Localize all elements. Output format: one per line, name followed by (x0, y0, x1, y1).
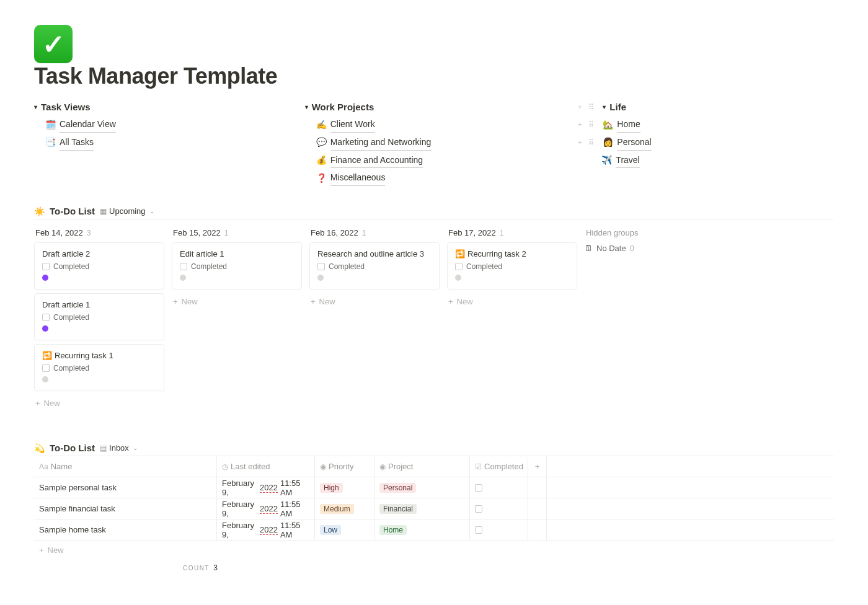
drag-handle-icon[interactable]: ⠿ (587, 103, 595, 112)
plus-icon[interactable]: + (575, 136, 584, 149)
table-new-row[interactable]: + New (34, 541, 834, 560)
plus-icon: + (448, 297, 453, 306)
table-header-row: Aa Name ◷ Last edited ◉ Priority ◉ Proje… (34, 456, 834, 477)
col-header-last-edited[interactable]: ◷ Last edited (217, 456, 315, 477)
cell-priority[interactable]: Low (315, 519, 374, 540)
page-link[interactable]: ✈️Travel (575, 152, 834, 170)
board-new-card[interactable]: +New (34, 395, 164, 412)
checkbox-icon[interactable] (455, 263, 463, 270)
page-link[interactable]: 💬Marketing and Networking (305, 134, 564, 152)
table-count-footer: COUNT 3 (34, 560, 834, 572)
col-header-completed[interactable]: ☑ Completed (470, 456, 528, 477)
group-header[interactable]: Feb 16, 20221 (311, 228, 440, 237)
completed-label: Completed (53, 364, 89, 373)
checkbox-icon[interactable] (317, 263, 325, 270)
toggle-task-views[interactable]: ▾ Task Views (34, 102, 293, 112)
board-column: Feb 17, 20221🔁Recurring task 2Completed+… (447, 226, 577, 412)
new-label: New (182, 297, 198, 306)
plus-icon: + (35, 399, 40, 408)
page-emoji-icon: ❓ (316, 171, 327, 186)
priority-dot-icon (180, 275, 186, 281)
group-header[interactable]: Feb 15, 20221 (173, 228, 302, 237)
view-selector-inbox[interactable]: ▤ Inbox ⌄ (100, 443, 138, 453)
checkbox-icon[interactable] (42, 364, 50, 372)
group-header[interactable]: Feb 17, 20221 (448, 228, 577, 237)
block-hover-controls[interactable]: +⠿ (575, 136, 595, 149)
hidden-groups-label[interactable]: Hidden groups (586, 228, 715, 237)
cell-completed[interactable] (470, 498, 528, 519)
page-icon[interactable]: ✓ (34, 25, 73, 63)
no-date-label: No Date (596, 244, 626, 253)
page-link-label: Finance and Accounting (330, 153, 423, 169)
drag-handle-icon[interactable]: ⠿ (587, 118, 595, 131)
toggle-work-projects[interactable]: ▾ Work Projects (305, 102, 564, 112)
cell-priority[interactable]: High (315, 477, 374, 498)
page-link[interactable]: 📑All Tasks (34, 134, 293, 152)
page-emoji-icon: 🏡 (603, 118, 613, 133)
board-new-card[interactable]: +New (172, 293, 302, 310)
priority-tag: High (320, 483, 343, 493)
board-new-card[interactable]: +New (309, 293, 440, 310)
add-column-button[interactable]: + (528, 456, 547, 477)
group-date: Feb 15, 2022 (173, 228, 221, 237)
checkbox-icon[interactable] (42, 314, 50, 321)
checkbox-icon[interactable] (475, 484, 482, 492)
table-row[interactable]: Sample home taskFebruary 9, 2022 11:55 A… (34, 519, 834, 541)
plus-icon: + (173, 297, 178, 306)
cell-name[interactable]: Sample personal task (34, 477, 217, 498)
table-row[interactable]: Sample personal taskFebruary 9, 2022 11:… (34, 477, 834, 498)
block-hover-controls[interactable]: +⠿ (575, 118, 595, 131)
toggle-life[interactable]: ▾ Life (603, 102, 626, 112)
no-date-group[interactable]: 🗓 No Date 0 (585, 244, 715, 253)
block-hover-controls[interactable]: + ⠿ (575, 103, 595, 112)
page-emoji-icon: 📑 (45, 135, 56, 150)
page-link[interactable]: 💰Finance and Accounting (305, 152, 564, 170)
new-label: New (457, 297, 473, 306)
card-title: 🔁Recurring task 2 (455, 249, 569, 258)
plus-icon[interactable]: + (575, 118, 584, 131)
board-card[interactable]: Edit article 1Completed (172, 242, 302, 289)
board-new-card[interactable]: +New (447, 293, 577, 310)
db-title[interactable]: To-Do List (50, 206, 95, 216)
cell-completed[interactable] (470, 519, 528, 540)
group-date: Feb 14, 2022 (35, 228, 83, 237)
drag-handle-icon[interactable]: ⠿ (587, 136, 595, 149)
checkbox-icon[interactable] (475, 505, 482, 513)
page-link[interactable]: ✍️Client Work (305, 116, 564, 134)
board-card[interactable]: Draft article 2Completed (34, 242, 164, 289)
cell-last-edited: February 9, 2022 11:55 AM (217, 477, 315, 498)
card-completed-row: Completed (42, 313, 156, 322)
col-header-name[interactable]: Aa Name (34, 456, 217, 477)
plus-icon[interactable]: + (575, 103, 584, 112)
db-title[interactable]: To-Do List (50, 443, 95, 453)
board-card[interactable]: 🔁Recurring task 2Completed (447, 242, 577, 289)
cell-project[interactable]: Personal (374, 477, 470, 498)
cell-project[interactable]: Financial (374, 498, 470, 519)
checkbox-icon[interactable] (475, 526, 482, 534)
board-card[interactable]: 🔁Recurring task 1Completed (34, 344, 164, 391)
card-completed-row: Completed (42, 364, 156, 373)
cell-priority[interactable]: Medium (315, 498, 374, 519)
chevron-down-icon: ⌄ (133, 444, 138, 451)
cell-name[interactable]: Sample home task (34, 519, 217, 540)
col-header-priority[interactable]: ◉ Priority (315, 456, 374, 477)
checkbox-icon[interactable] (180, 263, 187, 270)
page-link[interactable]: ❓Miscellaneous (305, 169, 564, 187)
view-selector-upcoming[interactable]: ▦ Upcoming ⌄ (100, 206, 154, 216)
group-header[interactable]: Feb 14, 20223 (35, 228, 164, 237)
checkbox-icon[interactable] (42, 263, 50, 270)
page-link[interactable]: 🗓️Calendar View (34, 116, 293, 134)
board-card[interactable]: Draft article 1Completed (34, 293, 164, 340)
page-link[interactable]: +⠿🏡Home (575, 116, 834, 134)
board-card[interactable]: Research and outline article 3Completed (309, 242, 440, 289)
table-row[interactable]: Sample financial taskFebruary 9, 2022 11… (34, 498, 834, 519)
priority-dot-icon (42, 376, 48, 382)
page-link-label: Calendar View (60, 117, 116, 133)
cell-name[interactable]: Sample financial task (34, 498, 217, 519)
cell-project[interactable]: Home (374, 519, 470, 540)
page-link[interactable]: +⠿👩Personal (575, 134, 834, 152)
page-link-label: Client Work (330, 117, 375, 133)
cell-completed[interactable] (470, 477, 528, 498)
page-emoji-icon: ✈️ (601, 153, 612, 168)
col-header-project[interactable]: ◉ Project (374, 456, 470, 477)
